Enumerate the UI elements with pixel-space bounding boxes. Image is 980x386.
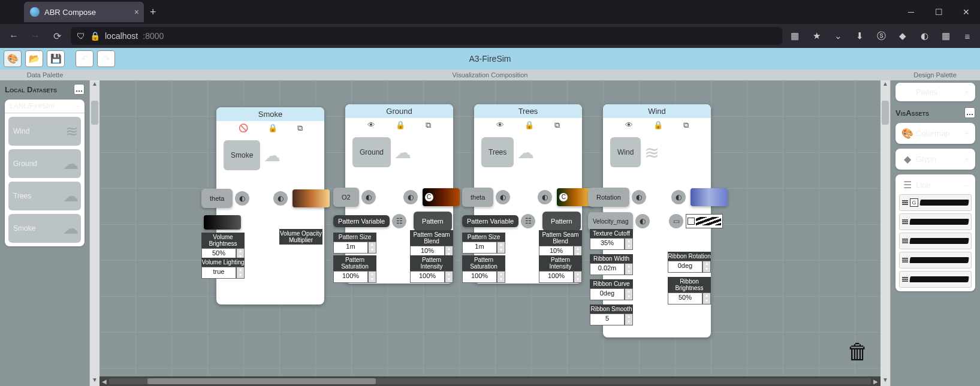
new-tab-button[interactable]: + [150, 6, 156, 19]
param-volume-opacity-mult[interactable]: Volume Opacity Multiplier [279, 229, 322, 245]
dataset-item-wind[interactable]: Wind≋ [8, 117, 81, 146]
keydata-chip[interactable]: Smoke [224, 140, 260, 170]
param-value[interactable]: 100% [410, 271, 445, 283]
param-value[interactable]: 0deg [668, 261, 702, 273]
node-title[interactable]: Trees [474, 104, 582, 118]
colormap-swatch-ground[interactable] [423, 188, 460, 206]
spinner-icon[interactable]: ▴▾ [497, 242, 505, 254]
spinner-icon[interactable]: ▴▾ [368, 242, 376, 254]
connector-icon[interactable]: ◐ [403, 190, 418, 204]
scroll-down-icon[interactable]: ▼ [90, 376, 99, 386]
param-value[interactable]: 1m [462, 242, 497, 254]
back-button[interactable]: ← [6, 28, 22, 44]
qr-icon[interactable]: ▦ [788, 29, 801, 43]
forward-button[interactable]: → [28, 28, 43, 44]
param-pattern-intensity[interactable]: Pattern Intensity 100%▴▾ [539, 255, 582, 283]
param-pattern-seam[interactable]: Pattern Seam Blend 10%▴▾ [539, 230, 582, 258]
connector-icon[interactable]: ◐ [632, 190, 646, 204]
lock-icon[interactable]: 🔒 [524, 120, 534, 130]
visibility-icon[interactable]: 👁 [625, 120, 633, 130]
canvas-scroll-right[interactable]: ▲ ▼ [881, 80, 890, 386]
tab-close-icon[interactable]: × [134, 7, 139, 17]
visassets-more-button[interactable]: … [964, 107, 975, 118]
spinner-icon[interactable]: ▴▾ [702, 292, 711, 304]
node-title[interactable]: Smoke [216, 107, 324, 121]
palette-button[interactable]: 🎨 [4, 50, 22, 67]
param-texture-cutoff[interactable]: Texture Cutoff 35%▴▾ [590, 229, 633, 250]
var-pill-velocity[interactable]: Velocity_mag [588, 212, 633, 231]
close-window-button[interactable]: ✕ [952, 0, 980, 24]
keydata-chip[interactable]: Trees [481, 137, 514, 167]
line-asset-thumb[interactable]: G [899, 194, 972, 211]
lock-icon[interactable]: 🔒 [653, 120, 663, 130]
dataset-item-trees[interactable]: Trees☁ [8, 182, 81, 210]
connector-icon[interactable]: ◐ [671, 190, 686, 204]
param-ribbon-brightness[interactable]: Ribbon Brightness 50%▴▾ [668, 277, 711, 304]
scroll-right-icon[interactable]: ▶ [871, 378, 881, 385]
param-value[interactable]: 1m [333, 242, 368, 254]
redo-button[interactable]: ↷ [97, 50, 115, 67]
fingerprint-icon[interactable]: ☷ [392, 214, 406, 228]
param-value[interactable]: true [201, 267, 236, 279]
url-input[interactable]: 🛡 🔒 localhost:8000 [71, 27, 782, 45]
param-ribbon-curve[interactable]: Ribbon Curve 0deg▴▾ [590, 279, 633, 300]
duplicate-icon[interactable]: ⧉ [554, 120, 560, 130]
patternvar-pill[interactable]: Pattern Variable [462, 215, 518, 227]
canvas-scroll-bottom[interactable]: ◀ ▶ [99, 376, 881, 386]
visibility-icon[interactable]: 👁 [367, 120, 375, 130]
param-pattern-size[interactable]: Pattern Size 1m▴▾ [462, 233, 505, 254]
spinner-icon[interactable]: ▴▾ [625, 238, 633, 250]
account-icon[interactable]: ⓢ [875, 29, 888, 43]
param-value[interactable]: 0deg [590, 288, 625, 300]
param-ribbon-width[interactable]: Ribbon Width 0.02m▴▾ [590, 254, 633, 275]
param-pattern-saturation[interactable]: Pattern Saturation 100%▴▾ [333, 255, 376, 283]
scroll-left-icon[interactable]: ◀ [99, 378, 109, 385]
spinner-icon[interactable]: ▴▾ [625, 263, 633, 275]
param-value[interactable]: 35% [590, 238, 625, 250]
param-value[interactable]: 0.02m [590, 263, 625, 275]
extension-icon-1[interactable]: ◆ [896, 29, 909, 43]
connector-icon[interactable]: ◐ [635, 214, 650, 228]
param-pattern-intensity[interactable]: Pattern Intensity 100%▴▾ [410, 255, 453, 283]
spinner-icon[interactable]: ▴▾ [574, 271, 582, 283]
spinner-icon[interactable]: ▴▾ [368, 271, 376, 283]
colormap-swatch-smoke[interactable] [293, 189, 330, 207]
node-title[interactable]: Wind [603, 104, 711, 118]
param-value[interactable]: 100% [539, 271, 574, 283]
extension-icon-2[interactable]: ◐ [918, 29, 931, 43]
scroll-up-icon[interactable]: ▲ [881, 80, 890, 90]
scroll-down-icon[interactable]: ▼ [881, 376, 890, 386]
colormap-add-button[interactable]: + [962, 129, 972, 138]
colormap-swatch-wind[interactable] [690, 188, 728, 206]
plates-add-button[interactable]: + [962, 88, 972, 96]
spinner-icon[interactable]: ▴▾ [625, 313, 633, 325]
param-value[interactable]: 100% [333, 271, 368, 283]
download-icon[interactable]: ⬇ [853, 29, 866, 43]
dataset-item-smoke[interactable]: Smoke☁ [8, 214, 81, 243]
var-pill-rotation[interactable]: Rotation [588, 188, 629, 207]
keydata-chip[interactable]: Ground [352, 137, 391, 167]
line-asset-thumb[interactable] [899, 213, 972, 230]
menu-icon[interactable]: ≡ [961, 29, 974, 43]
param-value[interactable]: 100% [462, 271, 497, 283]
lock-icon[interactable]: 🔒 [396, 120, 405, 130]
duplicate-icon[interactable]: ⧉ [426, 120, 431, 130]
param-ribbon-rotation[interactable]: Ribbon Rotation 0deg▴▾ [668, 252, 711, 273]
connector-icon[interactable]: ▭ [669, 214, 683, 228]
panels-icon[interactable]: ▦ [939, 29, 952, 43]
var-pill-smoke[interactable]: theta [201, 189, 233, 208]
scroll-thumb[interactable] [882, 101, 889, 125]
node-title[interactable]: Ground [345, 104, 453, 118]
connector-icon[interactable]: ◐ [496, 190, 510, 204]
spinner-icon[interactable]: ▴▾ [625, 288, 633, 300]
keydata-chip[interactable]: Wind [610, 137, 641, 167]
scroll-thumb[interactable] [91, 101, 98, 125]
visibility-off-icon[interactable]: 🚫 [239, 123, 248, 133]
datasets-more-button[interactable]: … [74, 84, 85, 95]
pattern-pill[interactable]: Pattern [542, 212, 580, 231]
line-collapse-button[interactable]: – [962, 180, 972, 189]
param-value[interactable]: 50% [668, 292, 702, 304]
patternvar-pill[interactable]: Pattern Variable [333, 215, 390, 227]
spinner-icon[interactable]: ▴▾ [445, 271, 453, 283]
param-ribbon-smooth[interactable]: Ribbon Smooth 5▴▾ [590, 304, 633, 325]
